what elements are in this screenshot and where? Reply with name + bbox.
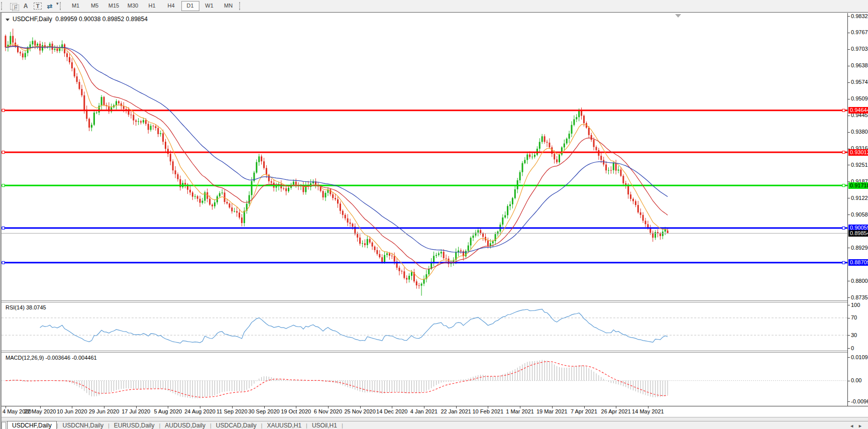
font-a-icon[interactable]: A	[20, 1, 32, 11]
price-tick-label: 0.97675	[851, 29, 868, 36]
price-tick-label: 0.97030	[851, 46, 868, 52]
tab-scroll-arrows: ◄►	[849, 423, 866, 428]
price-pane[interactable]: USDCHF,Daily 0.89959 0.90038 0.89852 0.8…	[2, 13, 847, 300]
horizontal-line[interactable]	[2, 262, 847, 263]
candle-body	[335, 198, 336, 199]
tabs-scroll-left-icon[interactable]: ◄	[849, 423, 858, 428]
hline-handle[interactable]	[842, 109, 845, 112]
candle-body	[138, 121, 139, 122]
toolbar-grip[interactable]	[239, 2, 243, 10]
horizontal-line[interactable]	[2, 152, 847, 153]
candle-body	[556, 159, 558, 162]
price-chart-canvas[interactable]	[2, 13, 847, 300]
cycle-arrows-icon[interactable]: ⇄	[44, 1, 56, 11]
hline-handle[interactable]	[842, 227, 845, 229]
candle-body	[526, 155, 528, 160]
timeframe-button-m1[interactable]: M1	[67, 1, 85, 11]
candle-body	[194, 196, 196, 197]
chart-scrollbar[interactable]	[2, 417, 868, 421]
timeframe-button-h1[interactable]: H1	[143, 1, 161, 11]
candle-body	[227, 202, 228, 203]
timeframe-button-m30[interactable]: M30	[124, 1, 142, 11]
candle-body	[118, 101, 120, 103]
ma-line-medium	[6, 46, 668, 269]
chart-tab-audusd[interactable]: AUDUSD,Daily	[160, 422, 210, 429]
candle-body	[83, 95, 85, 110]
price-tick-label: 0.93805	[851, 129, 868, 135]
date-tick-label: 25 Nov 2020	[344, 408, 375, 414]
candle-body	[241, 218, 243, 223]
horizontal-line[interactable]	[2, 185, 847, 186]
chart-tab-usdcnh[interactable]: USDCNH,Daily	[58, 422, 108, 429]
candle-body	[229, 203, 230, 207]
fibo-grid-icon[interactable]: F	[8, 1, 20, 11]
chart-ohlc-values: 0.89959 0.90038 0.89852 0.89854	[55, 16, 148, 23]
horizontal-line[interactable]	[2, 227, 847, 229]
timeframe-button-h4[interactable]: H4	[162, 1, 180, 11]
candle-body	[93, 113, 95, 125]
candle-body	[529, 155, 530, 157]
chart-tab-eurusd[interactable]: EURUSD,Daily	[110, 422, 159, 429]
toolbar-grip[interactable]	[60, 2, 63, 10]
horizontal-line[interactable]	[2, 110, 847, 111]
collapse-arrow-icon[interactable]	[6, 19, 10, 21]
candle-body	[25, 53, 26, 58]
hline-handle[interactable]	[842, 261, 845, 264]
candle-body	[524, 160, 525, 163]
text-label-icon[interactable]: T	[32, 1, 44, 11]
tabs-scroll-right-icon[interactable]: ►	[858, 423, 866, 428]
price-scale-axis[interactable]: 0.983200.976750.970300.963850.957400.950…	[847, 13, 868, 406]
candle-body	[359, 238, 361, 244]
candle-body	[177, 174, 179, 179]
timeframe-button-m15[interactable]: M15	[105, 1, 123, 11]
candle-body	[295, 182, 297, 185]
date-axis[interactable]: 4 May 202022 May 202010 Jun 202029 Jun 2…	[2, 406, 868, 417]
candle-body	[411, 272, 412, 276]
chart-tab-usdchf[interactable]: USDCHF,Daily	[7, 421, 57, 429]
axis-tick-mark	[848, 165, 850, 165]
rsi-pane[interactable]: RSI(14) 38.0745	[2, 302, 847, 351]
candle-body	[547, 142, 548, 143]
macd-canvas[interactable]	[2, 353, 847, 406]
chart-title: USDCHF,Daily 0.89959 0.90038 0.89852 0.8…	[6, 16, 148, 23]
candle-body	[22, 53, 24, 57]
axis-tick-mark	[848, 281, 850, 281]
ma-line-slow	[6, 47, 668, 253]
hline-handle[interactable]	[2, 184, 5, 187]
axis-tick-mark	[848, 16, 850, 17]
timeframe-button-w1[interactable]: W1	[200, 1, 219, 11]
candle-body	[399, 268, 400, 271]
axis-tick-mark	[848, 49, 850, 50]
hline-handle[interactable]	[842, 151, 845, 154]
toolbar-grip[interactable]	[1, 2, 5, 10]
hline-handle[interactable]	[2, 227, 5, 229]
candle-body	[384, 255, 385, 263]
date-tick-label: 19 Mar 2021	[536, 408, 568, 414]
chart-tab-xauusd[interactable]: XAUUSD,H1	[262, 422, 306, 429]
tools-dropdown-caret-icon[interactable]: ▾	[56, 1, 59, 11]
candle-body	[502, 218, 503, 225]
candle-body	[492, 241, 494, 243]
timeframe-button-m5[interactable]: M5	[86, 1, 104, 11]
hline-handle[interactable]	[2, 151, 5, 154]
candle-body	[192, 192, 193, 197]
candle-body	[509, 204, 511, 206]
hline-handle[interactable]	[2, 261, 5, 264]
candle-body	[603, 160, 604, 164]
axis-tick-mark	[848, 297, 850, 298]
candle-body	[561, 147, 563, 155]
hline-handle[interactable]	[2, 109, 5, 112]
candle-body	[345, 215, 346, 219]
timeframe-button-mn[interactable]: MN	[220, 1, 238, 11]
timeframe-button-d1[interactable]: D1	[181, 1, 199, 11]
chart-tab-usdcad[interactable]: USDCAD,Daily	[211, 422, 261, 429]
hline-handle[interactable]	[842, 184, 845, 187]
rsi-canvas[interactable]	[2, 302, 847, 351]
axis-tick-mark	[848, 99, 850, 99]
date-tick-label: 10 Feb 2021	[473, 408, 504, 414]
candle-body	[258, 156, 260, 162]
axis-tick-mark	[848, 318, 850, 318]
macd-pane[interactable]: MACD(12,26,9) -0.003646 -0.004461	[2, 353, 847, 406]
candle-body	[251, 181, 253, 195]
chart-tab-usoil[interactable]: USOil,H1	[307, 422, 342, 429]
